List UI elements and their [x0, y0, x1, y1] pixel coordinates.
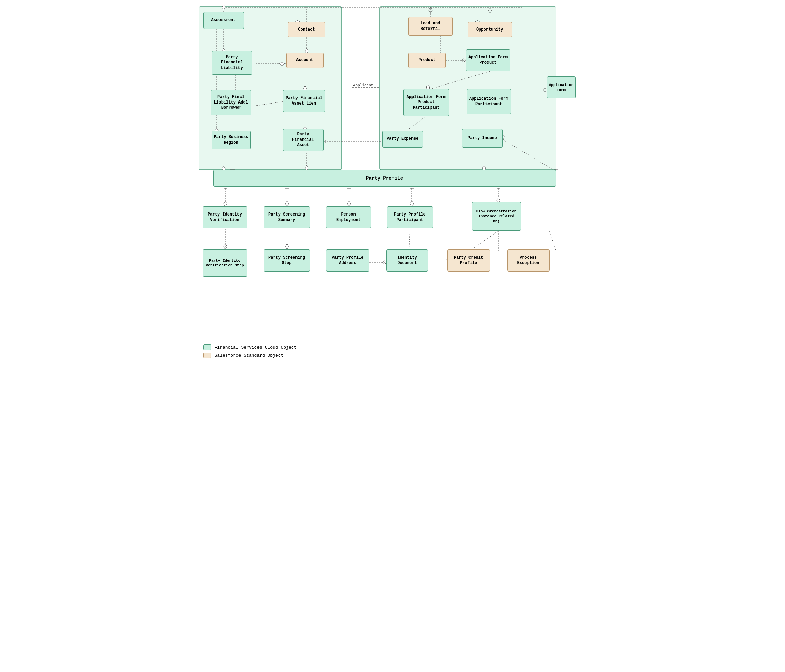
svg-marker-48: [461, 59, 466, 62]
lead-referral-node: Lead and Referral: [408, 17, 452, 36]
party-screening-step-node: Party Screening Step: [264, 249, 310, 271]
svg-line-49: [427, 71, 490, 90]
person-employment-node: Person Employment: [326, 206, 371, 229]
legend-fsc-box: [203, 345, 211, 350]
svg-marker-9: [222, 5, 225, 10]
account-node: Account: [286, 53, 324, 68]
application-form-node: Application Form: [547, 76, 576, 99]
party-financial-asset-node: Party Financial Asset: [283, 129, 324, 151]
party-identity-verification-step-node: Party Identity Verification Step: [203, 249, 247, 277]
product-node: Product: [408, 53, 446, 68]
application-form-product-node: Application Form Product: [466, 49, 510, 71]
svg-line-54: [404, 115, 427, 132]
application-form-participant-node: Application Form Participant: [467, 89, 511, 114]
party-profile-node: Party Profile: [213, 170, 556, 186]
legend-std-box: [203, 352, 211, 358]
party-income-node: Party Income: [462, 129, 503, 148]
flow-orchestration-node: Flow Orchestration Instance Related Obj: [472, 202, 521, 231]
party-credit-profile-node: Party Credit Profile: [447, 249, 490, 271]
svg-marker-31: [279, 62, 285, 66]
process-exception-node: Process Exception: [507, 249, 550, 271]
svg-marker-80: [224, 244, 227, 250]
svg-line-60: [504, 140, 556, 171]
svg-marker-82: [285, 244, 289, 250]
svg-text:Applicant: Applicant: [353, 83, 373, 87]
opportunity-node: Opportunity: [468, 22, 512, 37]
svg-line-84: [409, 229, 410, 251]
legend-std: Salesforce Standard Object: [203, 352, 589, 358]
diagram-container: Applicant Application Form: [196, 3, 589, 339]
svg-line-32: [254, 101, 286, 106]
application-form-product-participant-node: Application Form Product Participant: [403, 89, 449, 116]
party-profile-participant-node: Party Profile Participant: [387, 206, 433, 229]
party-identity-verification-node: Party Identity Verification: [203, 206, 247, 229]
legend-fsc-label: Financial Services Cloud Object: [215, 345, 297, 350]
svg-marker-43: [488, 8, 491, 13]
party-expense-node: Party Expense: [382, 131, 423, 148]
party-business-region-node: Party Business Region: [212, 131, 251, 149]
identity-document-node: Identity Document: [386, 249, 428, 271]
svg-marker-40: [429, 8, 432, 13]
legend-fsc: Financial Services Cloud Object: [203, 345, 589, 350]
party-screening-summary-node: Party Screening Summary: [264, 206, 310, 229]
party-financial-asset-lien-node: Party Financial Asset Lien: [283, 90, 325, 112]
contact-node: Contact: [288, 22, 325, 37]
legend: Financial Services Cloud Object Salesfor…: [196, 345, 589, 358]
party-financial-liability-node: Party Financial Liability: [212, 51, 252, 75]
svg-line-88: [549, 231, 556, 251]
svg-line-85: [469, 231, 498, 251]
assessment-node: Assessment: [203, 12, 244, 29]
legend-std-label: Salesforce Standard Object: [215, 353, 284, 358]
party-fincl-liability-addl-borrower-node: Party Fincl Liability Addl Borrower: [211, 90, 252, 115]
party-profile-address-node: Party Profile Address: [326, 249, 369, 271]
